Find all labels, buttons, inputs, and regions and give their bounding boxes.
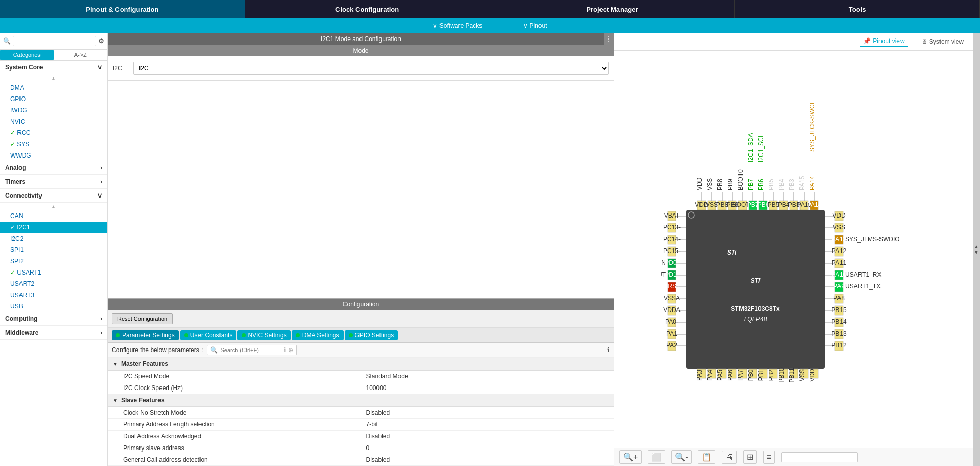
subnav-software-packs[interactable]: ∨ Software Packs <box>433 22 482 29</box>
sidebar-settings-icon[interactable]: ⚙ <box>98 37 104 45</box>
list-button[interactable]: ≡ <box>763 451 775 464</box>
param-header: Configure the below parameters : 🔍 ℹ ⊕ ℹ <box>108 343 614 358</box>
section-header-computing[interactable]: Computing › <box>0 312 107 326</box>
svg-text:VSS: VSS <box>832 224 845 231</box>
sidebar-item-usart2[interactable]: USART2 <box>0 278 107 289</box>
dot-param <box>116 333 120 337</box>
config-toolbar: Reset Configuration <box>108 310 614 328</box>
tab-user-constants[interactable]: User Constants <box>180 330 237 340</box>
param-row-primary-addr-len: Primary Address Length selection 7-bit <box>108 419 614 431</box>
sidebar-item-usart3[interactable]: USART3 <box>0 289 107 301</box>
section-header-system-core[interactable]: System Core ∨ <box>0 61 107 74</box>
arrow-master: ▼ <box>113 361 118 367</box>
svg-text:PB14: PB14 <box>831 318 847 325</box>
sidebar-item-wwdg[interactable]: WWDG <box>0 150 107 161</box>
svg-text:PB7: PB7 <box>747 178 754 190</box>
sidebar-item-usart1[interactable]: USART1 <box>0 267 107 278</box>
zoom-out-button[interactable]: 🔍- <box>671 450 691 464</box>
arrow-slave: ▼ <box>113 398 118 403</box>
scroll-indicator-conn: ▲ <box>0 203 107 210</box>
svg-text:PB1: PB1 <box>757 369 765 381</box>
tab-parameter-settings[interactable]: Parameter Settings <box>112 330 179 340</box>
tab-nvic-settings[interactable]: NVIC Settings <box>237 330 290 340</box>
sidebar-item-spi2[interactable]: SPI2 <box>0 256 107 267</box>
sidebar-item-i2c2[interactable]: I2C2 <box>0 233 107 244</box>
chevron-right-icon: › <box>100 164 102 171</box>
svg-text:VSSA: VSSA <box>663 295 679 302</box>
svg-text:PB5: PB5 <box>768 178 775 190</box>
subnav-pinout[interactable]: ∨ Pinout <box>523 22 547 29</box>
sidebar-item-spi1[interactable]: SPI1 <box>0 244 107 256</box>
svg-text:PC13-: PC13- <box>663 224 680 231</box>
fit-button[interactable]: ⬜ <box>648 450 665 464</box>
svg-text:PC15-: PC15- <box>663 247 680 255</box>
section-middleware: Middleware › <box>0 326 107 340</box>
reset-config-button[interactable]: Reset Configuration <box>112 313 173 324</box>
tab-az[interactable]: A->Z <box>54 50 108 60</box>
chevron-right-icon-timers: › <box>100 178 102 185</box>
tab-categories[interactable]: Categories <box>0 50 54 60</box>
grid-button[interactable]: ⊞ <box>743 450 757 464</box>
sidebar-item-sys[interactable]: SYS <box>0 139 107 150</box>
tab-system-view[interactable]: 🖥 System view <box>918 36 967 47</box>
svg-text:PB2: PB2 <box>768 369 775 381</box>
param-info-icon-right[interactable]: ℹ <box>607 346 610 354</box>
sidebar-item-iwdg[interactable]: IWDG <box>0 105 107 116</box>
zoom-in-button[interactable]: 🔍+ <box>619 450 642 464</box>
scrollbar-handle[interactable]: ▲▼ <box>973 33 980 466</box>
svg-text:STI: STI <box>750 277 760 284</box>
search-icon: 🔍 <box>3 37 11 45</box>
copy-button[interactable]: 📋 <box>698 450 715 464</box>
nav-clock[interactable]: Clock Configuration <box>245 0 490 18</box>
nav-tools[interactable]: Tools <box>735 0 980 18</box>
group-slave-features[interactable]: ▼ Slave Features <box>108 394 614 407</box>
svg-text:PA8: PA8 <box>833 295 845 302</box>
svg-text:I2C1_SCL: I2C1_SCL <box>757 133 765 162</box>
system-view-icon: 🖥 <box>921 38 927 45</box>
param-search-input[interactable] <box>220 347 282 353</box>
nav-project[interactable]: Project Manager <box>490 0 735 18</box>
section-header-middleware[interactable]: Middleware › <box>0 326 107 340</box>
panel-scrollbar[interactable]: ⋮ <box>604 33 614 45</box>
print-button[interactable]: 🖨 <box>722 451 737 464</box>
sidebar-item-i2c1[interactable]: I2C1 <box>0 222 107 233</box>
sidebar-item-can[interactable]: CAN <box>0 210 107 222</box>
right-search-input[interactable] <box>781 452 858 462</box>
svg-text:PA3: PA3 <box>696 369 703 380</box>
sidebar-item-gpio[interactable]: GPIO <box>0 93 107 105</box>
tab-pinout-view[interactable]: 📌 Pinout view <box>860 36 907 47</box>
config-tabs: Parameter Settings User Constants NVIC S… <box>108 328 614 343</box>
svg-text:I2C1_SDA: I2C1_SDA <box>747 133 754 162</box>
param-content: ▼ Master Features I2C Speed Mode Standar… <box>108 358 614 466</box>
param-info-icon1[interactable]: ℹ <box>284 346 286 354</box>
sidebar-item-usb[interactable]: USB <box>0 301 107 312</box>
mode-row: I2C I2C Disabled <box>108 56 614 81</box>
tab-gpio-settings[interactable]: GPIO Settings <box>345 330 398 340</box>
svg-text:PA0-: PA0- <box>665 318 678 325</box>
param-row-clock-no-stretch: Clock No Stretch Mode Disabled <box>108 407 614 419</box>
svg-text:PB4: PB4 <box>778 178 785 190</box>
right-panel-header: 📌 Pinout view 🖥 System view <box>614 33 973 51</box>
section-header-connectivity[interactable]: Connectivity ∨ <box>0 189 107 203</box>
chevron-down-icon-conn: ∨ <box>97 192 102 199</box>
param-info-icon2[interactable]: ⊕ <box>288 346 293 354</box>
sidebar: 🔍 ⚙ Categories A->Z System Core ∨ ▲ DMA … <box>0 33 108 466</box>
tab-dma-settings[interactable]: DMA Settings <box>292 330 344 340</box>
sidebar-search-input[interactable] <box>13 36 96 46</box>
svg-text:VSS: VSS <box>706 178 713 190</box>
section-header-analog[interactable]: Analog › <box>0 161 107 175</box>
section-system-core: System Core ∨ ▲ DMA GPIO IWDG NVIC RCC S… <box>0 61 107 161</box>
group-master-label: Master Features <box>121 360 168 367</box>
group-master-features[interactable]: ▼ Master Features <box>108 358 614 371</box>
sidebar-item-rcc[interactable]: RCC <box>0 127 107 139</box>
svg-text:PA15: PA15 <box>798 176 806 190</box>
i2c-select[interactable]: I2C Disabled <box>133 62 609 75</box>
section-header-timers[interactable]: Timers › <box>0 175 107 189</box>
dot-dma <box>296 333 300 337</box>
right-panel: 📌 Pinout view 🖥 System view VDD VSS PB8 … <box>614 33 973 466</box>
svg-text:STi: STi <box>727 249 737 256</box>
center-panel: I2C1 Mode and Configuration ⋮ Mode I2C I… <box>108 33 614 466</box>
sidebar-item-nvic[interactable]: NVIC <box>0 116 107 127</box>
sidebar-item-dma[interactable]: DMA <box>0 82 107 93</box>
nav-pinout[interactable]: Pinout & Configuration <box>0 0 245 18</box>
